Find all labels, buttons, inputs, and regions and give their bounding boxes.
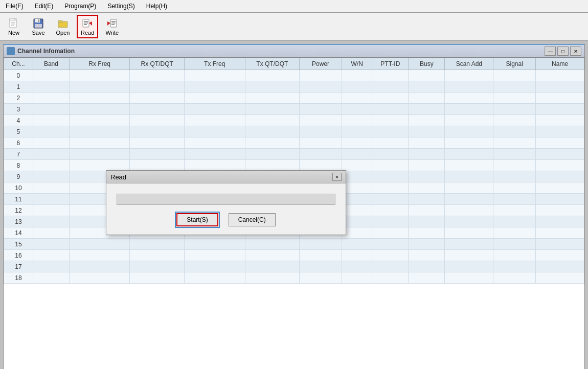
window-controls: — □ ✕ [545, 47, 581, 56]
menu-help[interactable]: Help(H) [143, 2, 170, 11]
dialog-buttons: Start(S) Cancel(C) [117, 213, 335, 226]
save-label: Save [32, 30, 44, 36]
window-close-button[interactable]: ✕ [570, 47, 581, 56]
window-icon [7, 47, 15, 55]
write-label: Write [106, 30, 119, 36]
progress-bar [117, 194, 335, 205]
start-button[interactable]: Start(S) [176, 213, 218, 226]
read-icon [81, 17, 94, 30]
table-container: Ch... Band Rx Freq Rx QT/DQT Tx Freq Tx … [4, 58, 584, 369]
open-label: Open [56, 30, 70, 36]
window-titlebar: Channel Infomation — □ ✕ [4, 45, 584, 58]
svg-rect-7 [38, 19, 39, 22]
menu-program[interactable]: Program(P) [61, 2, 99, 11]
write-button[interactable]: Write [101, 15, 123, 38]
dialog-title: Read [110, 173, 126, 181]
read-dialog: Read × Start(S) Cancel(C) [106, 170, 346, 235]
dialog-titlebar: Read × [106, 171, 346, 183]
minimize-button[interactable]: — [545, 47, 556, 56]
open-button[interactable]: Open [52, 15, 74, 38]
save-icon [32, 17, 44, 30]
main-window: Channel Infomation — □ ✕ Ch... Band Rx F… [3, 44, 585, 369]
read-label: Read [81, 30, 94, 36]
toolbar: New Save Open [0, 13, 588, 41]
save-button[interactable]: Save [28, 15, 49, 38]
menu-file[interactable]: File(F) [3, 2, 27, 11]
dialog-overlay: Read × Start(S) Cancel(C) [4, 58, 584, 369]
write-icon [106, 17, 118, 30]
new-icon [8, 17, 20, 30]
svg-marker-15 [89, 21, 92, 26]
cancel-button[interactable]: Cancel(C) [229, 213, 276, 226]
svg-marker-20 [107, 21, 110, 26]
svg-rect-1 [10, 18, 14, 21]
menu-edit[interactable]: Edit(E) [32, 2, 57, 11]
window-title-text: Channel Infomation [17, 48, 75, 55]
new-label: New [8, 30, 19, 36]
read-button[interactable]: Read [77, 15, 98, 38]
new-button[interactable]: New [3, 15, 25, 38]
open-icon [57, 17, 69, 30]
svg-rect-8 [35, 24, 42, 28]
menubar: File(F) Edit(E) Program(P) Setting(S) He… [0, 0, 588, 13]
restore-button[interactable]: □ [557, 47, 569, 56]
dialog-body: Start(S) Cancel(C) [106, 183, 346, 235]
window-title: Channel Infomation [7, 47, 75, 55]
menu-setting[interactable]: Setting(S) [104, 2, 138, 11]
svg-rect-10 [58, 20, 62, 22]
dialog-close-button[interactable]: × [332, 173, 342, 181]
